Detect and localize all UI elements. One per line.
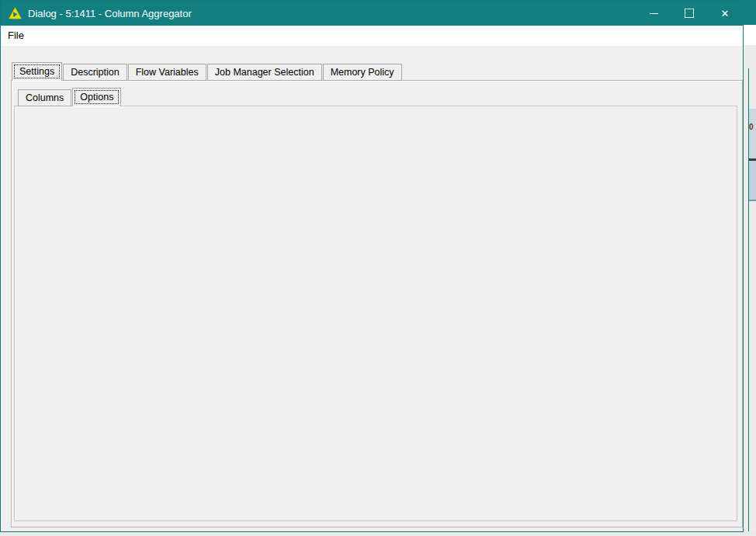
column-aggregator-dialog: Dialog - 5:1411 - Column Aggregator ✕ Fi…: [0, 0, 744, 532]
knime-node-icon: [9, 7, 22, 19]
background-table-fragment: 0: [749, 109, 756, 158]
inner-tabs: ColumnsOptions: [18, 86, 122, 106]
background-window-strip: 0: [744, 0, 756, 536]
inner-tab[interactable]: Options: [72, 88, 121, 106]
screen: Dialog - 5:1411 - Column Aggregator ✕ Fi…: [0, 0, 756, 536]
minimize-icon: [650, 13, 658, 14]
tab[interactable]: Memory Policy: [323, 64, 402, 81]
titlebar[interactable]: Dialog - 5:1411 - Column Aggregator ✕: [1, 1, 743, 26]
options-tab-panel: [14, 106, 737, 521]
close-button[interactable]: ✕: [707, 1, 743, 26]
menu-file[interactable]: File: [1, 26, 31, 46]
close-icon: ✕: [721, 9, 730, 19]
background-bottom-strip: [0, 532, 756, 536]
tab[interactable]: Description: [63, 64, 127, 81]
tab[interactable]: Flow Variables: [128, 64, 206, 81]
menubar: File: [1, 26, 743, 46]
background-table-fragment-2: [749, 161, 756, 200]
tab[interactable]: Settings: [12, 62, 62, 81]
outer-tabs: SettingsDescriptionFlow VariablesJob Man…: [12, 62, 403, 81]
background-divider-fragment-2: [749, 200, 756, 201]
window-title: Dialog - 5:1411 - Column Aggregator: [28, 8, 192, 19]
maximize-button[interactable]: [671, 1, 707, 26]
background-titlebar-fragment: [744, 0, 756, 25]
maximize-icon: [685, 9, 694, 18]
tab[interactable]: Job Manager Selection: [207, 64, 322, 81]
background-menubar-fragment: [744, 25, 756, 45]
inner-tab[interactable]: Columns: [18, 89, 71, 106]
minimize-button[interactable]: [636, 1, 671, 26]
